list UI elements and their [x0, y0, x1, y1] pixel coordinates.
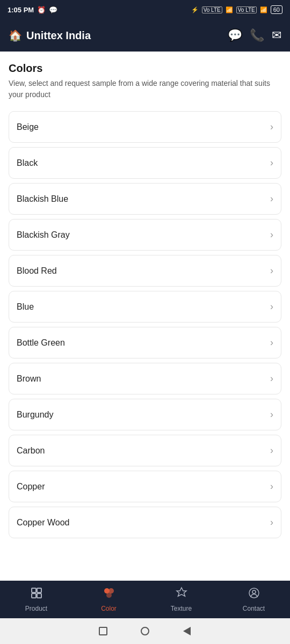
color-name: Beige: [17, 122, 39, 132]
bluetooth-icon: ⚡: [191, 6, 199, 13]
color-list-item[interactable]: Carbon ›: [9, 435, 281, 466]
chevron-right-icon: ›: [270, 229, 273, 240]
status-bar: 1:05 PM ⏰ 💬 ⚡ Vo LTE 📶 Vo LTE 📶 60: [0, 0, 290, 19]
page-content: Colors View, select and request sample f…: [0, 52, 290, 581]
texture-nav-icon-container: [175, 587, 188, 603]
volte-icon: Vo LTE: [202, 6, 222, 13]
nav-item-contact[interactable]: Contact: [218, 583, 290, 616]
color-list-item[interactable]: Blackish Blue ›: [9, 183, 281, 215]
chevron-right-icon: ›: [270, 301, 273, 312]
app-title: Unittex India: [26, 30, 91, 42]
color-name: Black: [17, 158, 38, 168]
color-name: Copper: [17, 482, 45, 492]
chevron-right-icon: ›: [270, 373, 273, 384]
status-right: ⚡ Vo LTE 📶 Vo LTE 📶 60: [191, 5, 282, 14]
color-name: Blue: [17, 302, 34, 312]
status-left: 1:05 PM ⏰ 💬: [8, 6, 57, 14]
svg-rect-2: [32, 594, 36, 598]
contact-nav-icon: [248, 587, 260, 599]
color-name: Blood Red: [17, 266, 57, 276]
svg-rect-3: [37, 594, 41, 598]
color-list-item[interactable]: Copper Wood ›: [9, 507, 281, 538]
nav-item-color[interactable]: Color: [73, 583, 145, 616]
texture-nav-icon: [175, 587, 188, 599]
color-nav-label: Color: [101, 605, 117, 612]
color-name: Blackish Blue: [17, 194, 68, 204]
chevron-right-icon: ›: [270, 409, 273, 420]
chevron-right-icon: ›: [270, 445, 273, 456]
call-icon[interactable]: 📞: [250, 28, 264, 42]
color-list-item[interactable]: Blue ›: [9, 291, 281, 323]
section-description: View, select and request sample from a w…: [9, 78, 281, 100]
color-list: Beige › Black › Blackish Blue › Blackish…: [9, 111, 281, 543]
product-nav-icon-container: [30, 587, 43, 603]
home-icon: 🏠: [9, 29, 22, 42]
whatsapp-status-icon: 💬: [49, 6, 57, 14]
svg-rect-1: [37, 588, 41, 592]
chevron-right-icon: ›: [270, 265, 273, 276]
product-nav-icon: [30, 587, 43, 599]
color-list-item[interactable]: Copper ›: [9, 471, 281, 502]
color-list-item[interactable]: Blood Red ›: [9, 255, 281, 287]
texture-nav-label: Texture: [171, 605, 192, 612]
color-name: Carbon: [17, 446, 45, 456]
color-name: Copper Wood: [17, 518, 69, 528]
color-nav-icon: [103, 587, 115, 599]
bottom-nav: Product Color Texture Contact: [0, 581, 290, 618]
color-list-item[interactable]: Bottle Green ›: [9, 327, 281, 358]
signal1-icon: 📶: [226, 6, 233, 13]
chevron-right-icon: ›: [270, 193, 273, 204]
svg-rect-0: [32, 588, 36, 592]
recent-apps-button[interactable]: [98, 626, 108, 636]
color-list-item[interactable]: Beige ›: [9, 111, 281, 143]
back-button[interactable]: [182, 626, 192, 636]
contact-nav-icon-container: [248, 587, 260, 603]
product-nav-label: Product: [25, 605, 47, 612]
color-name: Brown: [17, 374, 41, 384]
chevron-right-icon: ›: [270, 337, 273, 348]
chevron-right-icon: ›: [270, 121, 273, 133]
svg-point-6: [106, 592, 112, 598]
battery-icon: 60: [271, 5, 282, 14]
email-icon[interactable]: ✉: [272, 28, 281, 42]
app-header: 🏠 Unittex India 💬 📞 ✉: [0, 19, 290, 52]
alarm-icon: ⏰: [37, 6, 46, 14]
android-nav-bar: [0, 618, 290, 644]
signal2-icon: 📶: [260, 6, 267, 13]
whatsapp-icon[interactable]: 💬: [228, 28, 242, 42]
chevron-right-icon: ›: [270, 157, 273, 169]
color-name: Blackish Gray: [17, 230, 70, 240]
nav-item-texture[interactable]: Texture: [145, 583, 218, 616]
nav-item-product[interactable]: Product: [0, 583, 73, 616]
contact-nav-label: Contact: [243, 605, 265, 612]
app-title-container: 🏠 Unittex India: [9, 29, 91, 42]
color-name: Burgundy: [17, 410, 54, 420]
color-list-item[interactable]: Brown ›: [9, 363, 281, 394]
status-time: 1:05 PM: [8, 6, 34, 14]
color-list-item[interactable]: Blackish Gray ›: [9, 219, 281, 251]
color-name: Bottle Green: [17, 338, 65, 348]
color-nav-icon-container: [103, 587, 115, 603]
chevron-right-icon: ›: [270, 517, 273, 528]
home-button[interactable]: [140, 626, 150, 636]
header-actions: 💬 📞 ✉: [228, 28, 281, 42]
volte2-icon: Vo LTE: [236, 6, 257, 13]
chevron-right-icon: ›: [270, 481, 273, 492]
color-list-item[interactable]: Black ›: [9, 147, 281, 179]
svg-point-8: [252, 590, 256, 594]
section-title: Colors: [9, 62, 281, 75]
color-list-item[interactable]: Burgundy ›: [9, 399, 281, 430]
